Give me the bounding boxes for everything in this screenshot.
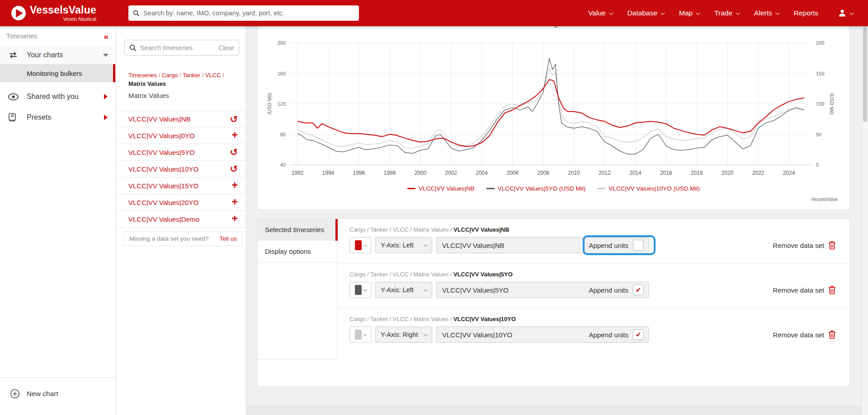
user-menu[interactable]: [838, 0, 853, 26]
remove-dataset-button[interactable]: Remove data set: [773, 330, 836, 339]
vertical-scrollbar[interactable]: [862, 26, 868, 415]
timeseries-list-item[interactable]: VLCC|VV Values|20YO+: [116, 194, 246, 211]
timeseries-browser-panel: Clear Timeseries / Cargo / Tanker / VLCC…: [116, 26, 246, 415]
tab-selected-timeseries[interactable]: Selected timeseries: [258, 219, 337, 241]
svg-text:2012: 2012: [599, 170, 611, 176]
yaxis-select[interactable]: Y-Axis: Left: [375, 237, 432, 253]
dataset-name-input[interactable]: [442, 286, 589, 294]
svg-text:2018: 2018: [691, 170, 703, 176]
chevron-down-icon: [849, 10, 854, 15]
global-search: [128, 5, 359, 21]
legend-item[interactable]: VLCC|VV Values|5YO (USD Mil): [486, 185, 585, 192]
append-units-group: Append units: [589, 240, 644, 251]
undo-icon[interactable]: ↺: [230, 148, 238, 157]
dataset-breadcrumb: Cargo / Tanker / VLCC / Matrix Values / …: [349, 226, 836, 233]
svg-text:2008: 2008: [537, 170, 549, 176]
tab-display-options[interactable]: Display options: [258, 241, 337, 262]
svg-text:160: 160: [278, 71, 286, 76]
timeseries-list-item[interactable]: VLCC|VV Values|15YO+: [116, 177, 246, 194]
timeseries-list-item[interactable]: VLCC|VV Values|NB↺: [116, 111, 246, 127]
timeseries-list-item[interactable]: VLCC|VV Values|0YO+: [116, 127, 246, 144]
color-swatch: [355, 240, 362, 250]
sidebar-item-monitoring-bulkers[interactable]: Monitoring bulkers: [0, 64, 116, 82]
top-navbar: VesselsValue Veson Nautical ValueDatabas…: [0, 0, 868, 26]
left-sidebar: Timeseries « Your charts Monitoring bulk…: [0, 26, 116, 415]
nav-item-value[interactable]: Value: [588, 9, 612, 17]
append-units-label: Append units: [589, 242, 628, 249]
footer-band: [247, 406, 862, 415]
add-icon[interactable]: +: [232, 130, 238, 140]
timeseries-chart: 1992199419961998200020022004200620082010…: [258, 26, 849, 183]
chevron-down-icon: [696, 10, 700, 15]
tell-us-link[interactable]: Tell us: [220, 235, 237, 242]
legend-item[interactable]: VLCC|VV Values|10YO (USD Mil): [597, 185, 700, 192]
append-units-group: Append units ✔: [589, 329, 644, 340]
add-icon[interactable]: +: [232, 180, 238, 191]
dataset-name-input[interactable]: [442, 331, 589, 339]
breadcrumb-link[interactable]: Cargo: [162, 72, 178, 79]
chart-legend: VLCC|VV Values|NBVLCC|VV Values|5YO (USD…: [258, 185, 849, 192]
svg-text:2016: 2016: [660, 170, 672, 176]
book-icon: [8, 113, 19, 122]
timeseries-list-item[interactable]: VLCC|VV Values|10YO↺: [116, 161, 246, 177]
chevron-down-icon: [363, 243, 367, 247]
brand-title: VesselsValue: [30, 5, 96, 15]
timeseries-list-item[interactable]: VLCC|VV Values|Demo+: [116, 211, 246, 228]
svg-text:0: 0: [816, 162, 819, 168]
clear-search-button[interactable]: Clear: [218, 44, 234, 51]
dataset-name-input[interactable]: [442, 242, 589, 249]
collapse-sidebar-icon[interactable]: «: [104, 32, 108, 41]
timeseries-search-input[interactable]: [140, 44, 218, 51]
user-icon: [838, 9, 847, 18]
yaxis-select[interactable]: Y-Axis: Left: [375, 282, 432, 298]
trash-icon: [828, 285, 836, 294]
nav-item-database[interactable]: Database: [627, 9, 664, 17]
legend-dash: [597, 188, 605, 189]
breadcrumb-link[interactable]: Timeseries: [128, 72, 157, 79]
legend-item[interactable]: VLCC|VV Values|NB: [407, 185, 475, 192]
chevron-down-icon: [775, 10, 780, 15]
vesselsvalue-logo-icon: [11, 5, 26, 21]
append-units-checkbox[interactable]: ✔: [633, 284, 644, 295]
svg-text:2002: 2002: [445, 170, 457, 176]
nav-item-trade[interactable]: Trade: [714, 9, 739, 17]
dataset-rows: Cargo / Tanker / VLCC / Matrix Values / …: [338, 219, 849, 353]
color-picker[interactable]: [349, 237, 371, 253]
nav-item-alerts[interactable]: Alerts: [754, 9, 778, 17]
brand[interactable]: VesselsValue Veson Nautical: [11, 5, 96, 22]
shared-with-you-label: Shared with you: [27, 93, 79, 101]
color-picker[interactable]: [349, 282, 371, 298]
svg-text:80: 80: [280, 132, 286, 137]
dataset-breadcrumb: Cargo / Tanker / VLCC / Matrix Values / …: [349, 316, 836, 322]
timeseries-list-item[interactable]: VLCC|VV Values|5YO↺: [116, 144, 246, 161]
color-picker[interactable]: [349, 326, 371, 343]
append-units-checkbox[interactable]: ✔: [633, 329, 644, 340]
breadcrumb-link[interactable]: VLCC: [205, 72, 221, 79]
dataset-breadcrumb: Cargo / Tanker / VLCC / Matrix Values / …: [349, 271, 836, 278]
sidebar-item-your-charts[interactable]: Your charts: [0, 46, 116, 64]
svg-text:2014: 2014: [629, 170, 642, 176]
breadcrumb-link[interactable]: Tanker: [183, 72, 200, 79]
yaxis-select[interactable]: Y-Axis: Right: [375, 326, 432, 343]
chevron-right-icon: [104, 115, 108, 120]
undo-icon[interactable]: ↺: [230, 115, 238, 124]
sidebar-section-label: Timeseries: [6, 33, 37, 40]
add-icon[interactable]: +: [232, 197, 238, 207]
undo-icon[interactable]: ↺: [230, 164, 238, 173]
presets-label: Presets: [27, 113, 51, 121]
chevron-down-icon: [424, 288, 427, 291]
new-chart-button[interactable]: New chart: [0, 384, 116, 404]
sidebar-item-presets[interactable]: Presets: [0, 108, 116, 126]
svg-text:(USD Mil): (USD Mil): [267, 93, 272, 115]
remove-dataset-button[interactable]: Remove data set: [773, 285, 836, 294]
nav-item-map[interactable]: Map: [679, 9, 699, 17]
scrollbar-thumb[interactable]: [863, 27, 867, 122]
dataset-name-box: Append units ✔: [436, 326, 649, 343]
chevron-down-icon: [424, 243, 427, 247]
global-search-input[interactable]: [143, 9, 354, 17]
add-icon[interactable]: +: [232, 214, 238, 224]
nav-item-reports[interactable]: Reports: [794, 9, 818, 17]
remove-dataset-button[interactable]: Remove data set: [773, 241, 836, 250]
sidebar-item-shared-with-you[interactable]: Shared with you: [0, 88, 116, 106]
append-units-checkbox[interactable]: [633, 240, 644, 251]
